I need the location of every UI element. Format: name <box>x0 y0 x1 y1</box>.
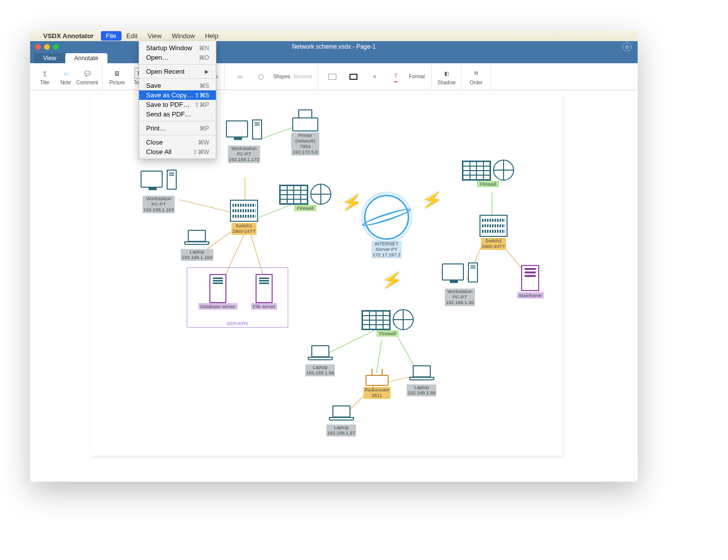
window-titlebar: Network scheme.vsdx - Page-1 ☺ <box>30 41 638 52</box>
servers-group-label: SERVERS <box>227 321 249 326</box>
tool-shape-rect[interactable]: ▭ <box>229 71 250 82</box>
toolbar: T̲Title ▭Note 💬Comment 🖼Picture TText ↗ … <box>30 63 638 90</box>
node-firewall-1[interactable]: Firewall <box>279 184 331 211</box>
menubar-app-name[interactable]: VSDX Annotator <box>43 32 94 40</box>
menu-window[interactable]: Window <box>167 31 200 41</box>
menu-save-as-copy[interactable]: Save as Copy…⇧⌘S <box>139 90 216 100</box>
title-icon: T̲ <box>43 68 46 79</box>
window-title: Network scheme.vsdx - Page-1 <box>292 43 376 50</box>
tool-remove[interactable]: Remove <box>292 74 313 79</box>
firewall-icon <box>279 185 308 205</box>
node-internet[interactable]: INTERNETServer-PT172.17.197.2 <box>364 195 409 258</box>
mac-menubar: VSDX Annotator File Edit View Window Hel… <box>30 30 638 41</box>
canvas[interactable]: 192.168.2.8 WorkstationPC-PT192.168.1.17… <box>30 90 638 482</box>
tool-shape-ellipse[interactable]: ◯ <box>250 71 271 82</box>
fill-icon <box>328 74 336 80</box>
tool-title[interactable]: T̲Title <box>34 68 55 85</box>
menu-send-as-pdf[interactable]: Send as PDF… <box>139 109 216 119</box>
router-icon <box>366 375 389 386</box>
tool-stroke[interactable] <box>343 74 364 80</box>
bolt-icon: ⚡ <box>340 191 364 214</box>
rectangle-icon: ▭ <box>237 71 242 82</box>
menu-separator <box>139 121 216 121</box>
tool-picture[interactable]: 🖼Picture <box>106 68 128 85</box>
menu-close[interactable]: Close⌘W <box>139 137 216 147</box>
node-radiorouter[interactable]: Radiorouter2811 <box>363 368 391 399</box>
menu-edit[interactable]: Edit <box>122 31 143 41</box>
stroke-icon <box>349 74 357 80</box>
menu-close-all[interactable]: Close All⇧⌘W <box>139 147 216 157</box>
node-mainframe[interactable]: Mainframe <box>517 265 544 299</box>
node-switch1[interactable]: Switch12960-24TT <box>230 200 258 235</box>
note-icon: ▭ <box>64 68 68 79</box>
minimize-window-icon[interactable] <box>44 44 50 50</box>
line-style-icon: ≡ <box>373 71 376 82</box>
comment-icon: 💬 <box>84 68 90 79</box>
server-icon <box>209 274 226 303</box>
tool-comment[interactable]: 💬Comment <box>76 68 98 85</box>
tool-note[interactable]: ▭Note <box>55 68 76 85</box>
traffic-lights <box>35 44 59 50</box>
bolt-icon: ⚡ <box>380 268 404 292</box>
menu-save-to-pdf[interactable]: Save to PDF…⇧⌘P <box>139 100 216 109</box>
tool-shadow[interactable]: ◧Shadow <box>436 68 457 85</box>
node-workstation-163[interactable]: WorkstationPC-PT192.168.1.163 <box>141 170 177 213</box>
switch-icon <box>479 215 508 237</box>
workstation-icon <box>226 119 262 145</box>
tab-annotate[interactable]: Annotate <box>65 53 107 63</box>
menu-print[interactable]: Print…⌘P <box>139 123 216 133</box>
tab-view[interactable]: View <box>34 53 65 63</box>
node-firewall-2[interactable]: Firewall <box>462 160 514 187</box>
printer-icon <box>292 109 318 131</box>
tool-line-style[interactable]: ≡ <box>364 71 385 82</box>
menu-help[interactable]: Help <box>200 31 223 41</box>
workstation-icon <box>141 170 177 195</box>
menu-file[interactable]: File <box>101 31 122 41</box>
menu-view[interactable]: View <box>143 31 167 41</box>
workstation-icon <box>442 262 478 288</box>
menu-save[interactable]: Save⌘S <box>139 81 216 90</box>
internet-icon <box>364 195 409 240</box>
laptop-icon <box>184 230 209 248</box>
node-laptop-67[interactable]: Laptop192.168.1.67 <box>326 405 356 437</box>
tool-fill[interactable] <box>322 74 343 80</box>
picture-icon: 🖼 <box>114 68 119 79</box>
globe-icon <box>393 309 414 330</box>
laptop-icon <box>329 405 354 424</box>
menu-open-recent[interactable]: Open Recent▶ <box>139 67 216 76</box>
node-laptop-66[interactable]: Laptop192.168.1.66 <box>305 345 335 376</box>
tool-order[interactable]: ⧉Order <box>465 68 487 85</box>
shapes-label: Shapes <box>271 74 292 79</box>
close-window-icon[interactable] <box>35 44 41 50</box>
mode-tabstrip: View Annotate <box>30 52 638 63</box>
menu-open[interactable]: Open…⌘O <box>139 53 216 62</box>
menu-separator <box>139 135 216 135</box>
node-laptop-68[interactable]: Laptop192.168.1.68 <box>407 365 436 396</box>
node-firewall-3[interactable]: Firewall <box>361 309 414 337</box>
switch-icon <box>230 200 258 222</box>
node-file-server[interactable]: File server <box>251 274 277 310</box>
node-workstation-172[interactable]: WorkstationPC-PT192.168.1.172 <box>226 119 262 163</box>
laptop-icon <box>409 365 434 383</box>
order-icon: ⧉ <box>474 68 478 79</box>
menu-startup-window[interactable]: Startup Window⌘N <box>139 43 216 53</box>
node-laptop-164[interactable]: Laptop192.168.1.164 <box>181 230 213 261</box>
node-printer[interactable]: Printer(network)7954192.172.5.8 <box>291 109 319 156</box>
globe-icon <box>493 160 514 181</box>
app-window: VSDX Annotator File Edit View Window Hel… <box>30 30 638 482</box>
node-database-server[interactable]: Database server <box>198 274 237 310</box>
text-color-icon: T <box>394 71 397 82</box>
menu-separator <box>139 64 216 65</box>
feedback-icon[interactable]: ☺ <box>623 42 632 51</box>
ellipse-icon: ◯ <box>258 71 264 82</box>
maximize-window-icon[interactable] <box>53 44 59 50</box>
bolt-icon: ⚡ <box>420 188 444 212</box>
node-switch2[interactable]: Switch22960-24TT <box>479 215 508 250</box>
server-icon <box>256 274 273 303</box>
tool-text-color[interactable]: T <box>385 71 406 82</box>
firewall-icon <box>361 310 391 330</box>
format-label: Format <box>406 74 427 79</box>
menu-separator <box>139 78 216 79</box>
node-workstation-35[interactable]: WorkstationPC-PT192.168.1.35 <box>442 262 478 306</box>
shadow-icon: ◧ <box>444 68 449 79</box>
